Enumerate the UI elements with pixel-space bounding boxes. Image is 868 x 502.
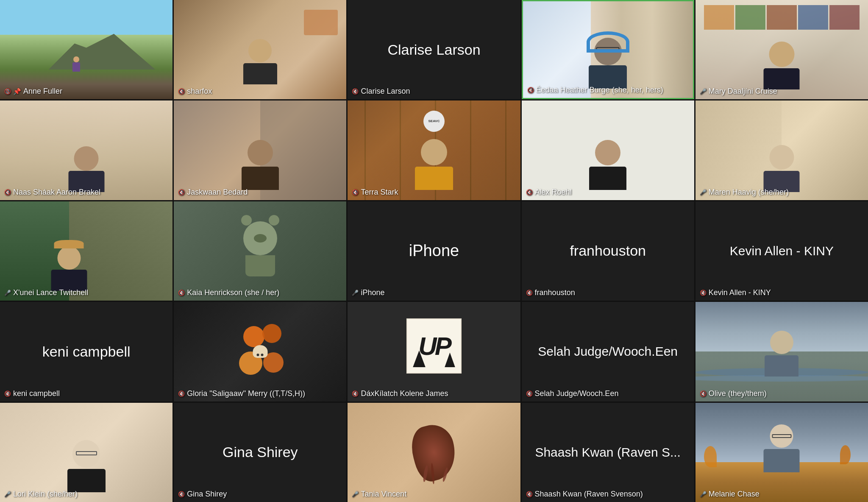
mic-icon-clarise: 🔇 <box>352 88 359 95</box>
center-name-keni: keni campbell <box>42 343 131 360</box>
tile-tania-vincent[interactable]: 🎤 Tania Vincent <box>348 403 520 502</box>
center-name-gina: Gina Shirey <box>223 444 298 460</box>
mic-icon-daxkilatch: 🔇 <box>352 390 359 397</box>
tile-olive[interactable]: 🔇 Olive (they/them) <box>696 302 868 401</box>
pin-icon-anne: 📌 <box>13 88 21 95</box>
mic-icon-jaskwaan: 🔇 <box>178 189 185 195</box>
mic-icon-maren: 🎤 <box>700 189 707 195</box>
tile-label-kevin: 🔇 Kevin Allen - KINY <box>700 288 771 297</box>
mic-icon-selah: 🔇 <box>526 390 533 397</box>
tile-label-iphone: 🎤 iPhone <box>352 288 384 297</box>
tile-label-gina: 🔇 Gina Shirey <box>178 490 227 499</box>
mic-icon-edaa: 🔇 <box>527 87 534 93</box>
mic-icon-alex: 🔇 <box>526 189 533 195</box>
tile-label-xunei: 🎤 X'unei Lance Twitchell <box>4 288 88 297</box>
mic-icon-kaia: 🔇 <box>178 290 185 296</box>
tile-franhouston[interactable]: franhouston 🔇 franhouston <box>522 201 694 301</box>
tile-clarise-larson[interactable]: Clarise Larson 🔇 Clarise Larson <box>348 0 520 99</box>
mic-icon-mary: 🎤 <box>700 88 707 95</box>
tile-label-melanie: 🎤 Melanie Chase <box>700 490 760 499</box>
tile-iphone[interactable]: iPhone 🎤 iPhone <box>348 201 520 301</box>
tile-shaash-kwan[interactable]: Shaash Kwan (Raven S... 🔇 Shaash Kwan (R… <box>522 403 694 502</box>
tile-label-kaia: 🔇 Kaia Henrickson (she / her) <box>178 288 279 297</box>
tile-selah-judge[interactable]: Selah Judge/Wooch.Een 🔇 Selah Judge/Wooc… <box>522 302 694 401</box>
tile-mary-cruise[interactable]: 🎤 Mary Daaljíni Cruise <box>696 0 868 99</box>
mic-icon-olive: 🔇 <box>700 390 707 397</box>
center-name-clarise: Clarise Larson <box>387 42 480 58</box>
center-name-franhouston: franhouston <box>570 243 646 259</box>
tile-label-franhouston: 🔇 franhouston <box>526 288 575 297</box>
tile-melanie-chase[interactable]: 🎤 Melanie Chase <box>696 403 868 502</box>
tile-label-gloria: 🔇 Gloria "Saligaaw" Merry ((T,T/S,H)) <box>178 389 305 398</box>
tile-alex-roehl[interactable]: 🔇 Alex Roehl <box>522 100 694 200</box>
tile-jaskwaan[interactable]: 🔇 Jaskwaan Bedard <box>174 100 346 200</box>
tile-label-anne-fuller: 📵 📌 Anne Fuller <box>4 87 62 96</box>
tile-label-keni: 🔇 keni campbell <box>4 389 60 398</box>
tile-xunei-lance[interactable]: 🎤 X'unei Lance Twitchell <box>0 201 172 301</box>
tile-terra-stark[interactable]: SEAVC 🔇 Terra Stark <box>348 100 520 200</box>
tile-label-lori: 🎤 Lori Klein (she/her) <box>4 490 78 499</box>
tile-label-mary: 🎤 Mary Daaljíni Cruise <box>700 87 777 96</box>
center-name-kevin: Kevin Allen - KINY <box>730 244 834 258</box>
mic-icon-melanie: 🎤 <box>700 491 707 497</box>
tile-label-clarise: 🔇 Clarise Larson <box>352 87 410 96</box>
mic-icon-xunei: 🎤 <box>4 290 11 296</box>
mic-icon-keni: 🔇 <box>4 390 11 397</box>
mic-icon-gina: 🔇 <box>178 491 185 497</box>
tile-label-maren: 🎤 Maren Haavig (she/her) <box>700 188 789 197</box>
center-name-iphone: iPhone <box>409 242 459 260</box>
mic-icon-kevin: 🔇 <box>700 290 707 296</box>
tile-edaa-heather[interactable]: 🔇 Éedaa Heather Burge (she, her, hers) <box>522 0 694 99</box>
tile-label-edaa: 🔇 Éedaa Heather Burge (she, her, hers) <box>527 86 663 95</box>
mic-icon-sharfox: 🔇 <box>178 88 185 95</box>
tile-kaia-henrickson[interactable]: 🔇 Kaia Henrickson (she / her) <box>174 201 346 301</box>
mic-icon-franhouston: 🔇 <box>526 290 533 296</box>
tile-label-alex: 🔇 Alex Roehl <box>526 188 572 197</box>
tile-kevin-allen[interactable]: Kevin Allen - KINY 🔇 Kevin Allen - KINY <box>696 201 868 301</box>
tile-gloria-merry[interactable]: 🔇 Gloria "Saligaaw" Merry ((T,T/S,H)) <box>174 302 346 401</box>
tile-maren-haavig[interactable]: 🎤 Maren Haavig (she/her) <box>696 100 868 200</box>
mic-icon-naas: 🔇 <box>4 189 11 195</box>
mic-icon-lori: 🎤 <box>4 491 11 497</box>
tile-label-tania: 🎤 Tania Vincent <box>352 490 406 499</box>
mic-icon-tania: 🎤 <box>352 491 359 497</box>
center-name-shaash: Shaash Kwan (Raven S... <box>529 445 687 460</box>
tile-daxkilatch[interactable]: UP 🔇 DáxKílatch Kolene James <box>348 302 520 401</box>
mic-icon-iphone: 🎤 <box>352 290 359 296</box>
tile-label-shaash: 🔇 Shaash Kwan (Raven Svenson) <box>526 490 643 499</box>
mic-icon-gloria: 🔇 <box>178 390 185 397</box>
tile-label-naas: 🔇 Naas Sháak Aaron Brakel <box>4 188 100 197</box>
tile-label-jaskwaan: 🔇 Jaskwaan Bedard <box>178 188 248 197</box>
tile-gina-shirey[interactable]: Gina Shirey 🔇 Gina Shirey <box>174 403 346 502</box>
tile-anne-fuller[interactable]: 📵 📌 Anne Fuller <box>0 0 172 99</box>
tile-lori-klein[interactable]: 🎤 Lori Klein (she/her) <box>0 403 172 502</box>
tile-label-selah: 🔇 Selah Judge/Wooch.Een <box>526 389 619 398</box>
mic-icon-anne: 📵 <box>4 88 11 95</box>
tile-keni-campbell[interactable]: keni campbell 🔇 keni campbell <box>0 302 172 401</box>
tile-sharfox[interactable]: 🔇 sharfox <box>174 0 346 99</box>
tile-label-sharfox: 🔇 sharfox <box>178 87 212 96</box>
tile-naas-aaron[interactable]: 🔇 Naas Sháak Aaron Brakel <box>0 100 172 200</box>
tile-label-daxkilatch: 🔇 DáxKílatch Kolene James <box>352 389 448 398</box>
video-grid: 📵 📌 Anne Fuller 🔇 sharfox Clarise Larson… <box>0 0 868 502</box>
mic-icon-shaash: 🔇 <box>526 491 533 497</box>
tile-label-olive: 🔇 Olive (they/them) <box>700 389 767 398</box>
mic-icon-terra: 🔇 <box>352 189 359 195</box>
center-name-selah: Selah Judge/Wooch.Een <box>529 344 686 359</box>
tile-label-terra: 🔇 Terra Stark <box>352 188 398 197</box>
